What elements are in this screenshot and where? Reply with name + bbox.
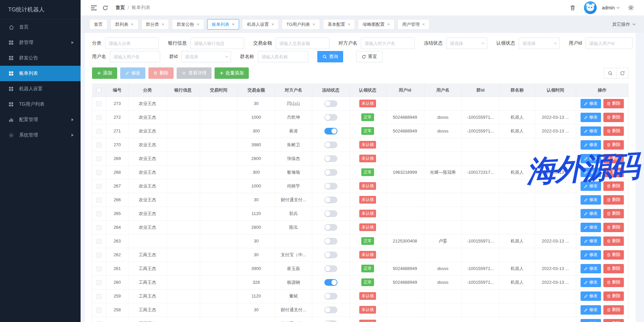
row-checkbox[interactable]: [96, 239, 101, 244]
row-delete-button[interactable]: 删除: [603, 250, 624, 260]
frozen-toggle[interactable]: [324, 183, 337, 190]
row-checkbox[interactable]: [96, 101, 101, 106]
row-delete-button[interactable]: 删除: [603, 264, 624, 273]
row-edit-button[interactable]: 修改: [581, 264, 601, 273]
sidebar-item-home[interactable]: 首页: [0, 19, 81, 35]
row-checkbox[interactable]: [96, 156, 101, 161]
row-delete-button[interactable]: 删除: [603, 99, 624, 108]
frozen-toggle[interactable]: [324, 128, 337, 135]
sidebar-item-group-manage[interactable]: 群管理: [0, 35, 81, 50]
row-checkbox[interactable]: [96, 308, 101, 313]
tab-bill-list[interactable]: 账单列表×: [207, 19, 239, 30]
row-edit-button[interactable]: 修改: [581, 140, 601, 150]
username-input[interactable]: [110, 51, 160, 62]
row-checkbox[interactable]: [96, 266, 101, 271]
bank-info-input[interactable]: [190, 38, 244, 49]
row-checkbox[interactable]: [96, 184, 101, 189]
row-edit-button[interactable]: 修改: [581, 250, 601, 260]
delete-button[interactable]: 删除: [148, 67, 174, 79]
row-checkbox[interactable]: [96, 129, 101, 134]
frozen-toggle[interactable]: [324, 142, 337, 148]
row-checkbox[interactable]: [96, 280, 101, 285]
row-edit-button[interactable]: 修改: [581, 291, 601, 301]
row-delete-button[interactable]: 删除: [603, 209, 624, 218]
frozen-status-select-input[interactable]: [446, 38, 487, 49]
frozen-toggle[interactable]: [324, 210, 337, 217]
edit-button[interactable]: 修改: [120, 67, 145, 79]
row-edit-button[interactable]: 修改: [581, 181, 601, 191]
group-name-input[interactable]: [258, 51, 308, 62]
frozen-toggle[interactable]: [324, 155, 337, 162]
sidebar-item-tg-user-list[interactable]: TG用户列表: [0, 97, 81, 112]
row-checkbox[interactable]: [96, 115, 101, 120]
tab-close-icon[interactable]: ×: [197, 22, 199, 26]
group-id-select[interactable]: [181, 51, 231, 62]
select-all-checkbox[interactable]: [96, 88, 101, 93]
batch-add-button[interactable]: 批量添加: [215, 67, 249, 79]
row-edit-button[interactable]: 修改: [581, 223, 601, 232]
tab-close-icon[interactable]: ×: [348, 22, 351, 26]
frozen-toggle[interactable]: [324, 224, 337, 231]
row-edit-button[interactable]: 修改: [581, 113, 601, 122]
sidebar-item-bill-list[interactable]: 账单列表: [0, 66, 81, 81]
row-edit-button[interactable]: 修改: [581, 209, 601, 218]
sidebar-item-system-manage[interactable]: 系统管理: [0, 127, 81, 143]
reset-button[interactable]: 重置: [356, 51, 382, 62]
row-edit-button[interactable]: 修改: [581, 319, 601, 322]
gear-icon[interactable]: [625, 3, 637, 13]
row-edit-button[interactable]: 修改: [581, 305, 601, 315]
row-checkbox[interactable]: [96, 225, 101, 230]
row-checkbox[interactable]: [96, 198, 101, 203]
claim-status-select-input[interactable]: [519, 38, 560, 49]
row-delete-button[interactable]: 删除: [603, 154, 624, 163]
frozen-toggle[interactable]: [324, 100, 337, 107]
tab-close-icon[interactable]: ×: [162, 22, 165, 26]
frozen-toggle[interactable]: [324, 265, 337, 272]
row-delete-button[interactable]: 删除: [603, 223, 624, 232]
tab-robot-settings[interactable]: 机器人设置×: [242, 19, 279, 30]
frozen-toggle[interactable]: [324, 320, 337, 322]
row-checkbox[interactable]: [96, 294, 101, 299]
frozen-toggle[interactable]: [324, 238, 337, 245]
tab-home[interactable]: 首页: [89, 19, 107, 30]
avatar[interactable]: [584, 1, 597, 14]
frozen-toggle[interactable]: [324, 114, 337, 121]
row-delete-button[interactable]: 删除: [603, 168, 624, 177]
row-delete-button[interactable]: 删除: [603, 305, 624, 315]
tab-close-icon[interactable]: ×: [422, 22, 425, 26]
row-checkbox[interactable]: [96, 170, 101, 175]
row-delete-button[interactable]: 删除: [603, 291, 624, 301]
frozen-toggle[interactable]: [324, 197, 337, 203]
row-delete-button[interactable]: 删除: [603, 319, 624, 322]
row-delete-button[interactable]: 删除: [603, 140, 624, 150]
tab-tg-user-list[interactable]: TG用户列表×: [282, 19, 320, 30]
tab-close-icon[interactable]: ×: [313, 22, 315, 26]
row-edit-button[interactable]: 修改: [581, 126, 601, 136]
tab-group-list[interactable]: 群列表×: [110, 19, 138, 30]
frozen-status-select[interactable]: [446, 38, 487, 49]
row-delete-button[interactable]: 删除: [603, 113, 624, 122]
row-delete-button[interactable]: 删除: [603, 278, 624, 287]
row-checkbox[interactable]: [96, 211, 101, 216]
sidebar-item-group-broadcast[interactable]: 群发公告: [0, 50, 81, 66]
tab-group-broadcast[interactable]: 群发公告×: [172, 19, 204, 30]
user-dropdown[interactable]: admin: [602, 5, 620, 10]
breadcrumb-home[interactable]: 首页: [116, 5, 125, 11]
row-delete-button[interactable]: 删除: [603, 236, 624, 246]
row-delete-button[interactable]: 删除: [603, 181, 624, 191]
table-refresh-icon[interactable]: [616, 68, 629, 78]
row-checkbox[interactable]: [96, 253, 101, 258]
row-delete-button[interactable]: 删除: [603, 126, 624, 136]
refresh-icon[interactable]: [99, 3, 111, 13]
row-edit-button[interactable]: 修改: [581, 99, 601, 108]
frozen-toggle[interactable]: [324, 169, 337, 176]
tab-close-icon[interactable]: ×: [131, 22, 134, 26]
tab-basic-config[interactable]: 基本配置×: [323, 19, 355, 30]
sidebar-item-config-manage[interactable]: 配置管理: [0, 112, 81, 127]
row-delete-button[interactable]: 删除: [603, 195, 624, 205]
row-edit-button[interactable]: 修改: [581, 195, 601, 205]
tab-group-category[interactable]: 群分类×: [141, 19, 169, 30]
tab-thumbnail-config[interactable]: 缩略图配置×: [358, 19, 395, 30]
collapse-menu-icon[interactable]: [88, 3, 99, 13]
tab-close-icon[interactable]: ×: [271, 22, 274, 26]
